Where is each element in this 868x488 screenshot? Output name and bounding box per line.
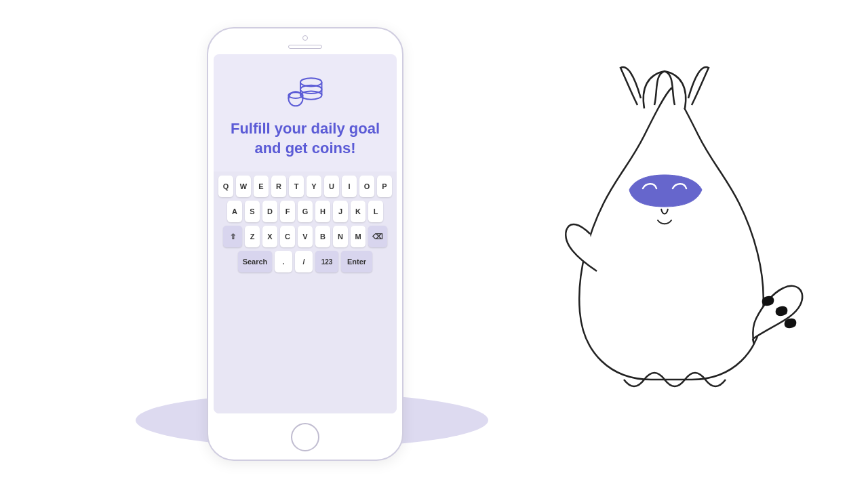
key-123[interactable]: 123	[315, 251, 338, 272]
key-a[interactable]: A	[227, 201, 242, 222]
key-r[interactable]: R	[271, 176, 286, 197]
phone-bottom	[208, 413, 402, 458]
key-l[interactable]: L	[368, 201, 383, 222]
coins-area	[281, 54, 329, 119]
keyboard: Q W E R T Y U I O P A S D F G H J K	[214, 171, 397, 413]
phone-screen: Fulfill your daily goal and get coins! Q…	[214, 54, 397, 413]
key-search[interactable]: Search	[238, 251, 272, 272]
key-shift[interactable]: ⇧	[223, 226, 242, 247]
phone-speaker	[288, 45, 322, 49]
key-n[interactable]: N	[333, 226, 348, 247]
svg-point-2	[300, 91, 322, 99]
key-w[interactable]: W	[236, 176, 251, 197]
keyboard-row-3: ⇧ Z X C V B N M ⌫	[216, 226, 394, 247]
key-slash[interactable]: /	[295, 251, 313, 272]
key-g[interactable]: G	[298, 201, 313, 222]
key-y[interactable]: Y	[307, 176, 321, 197]
phone-camera	[302, 35, 308, 41]
raccoon-character	[529, 54, 814, 434]
keyboard-row-1: Q W E R T Y U I O P	[216, 176, 394, 197]
key-j[interactable]: J	[333, 201, 348, 222]
key-p[interactable]: P	[377, 176, 392, 197]
key-i[interactable]: I	[342, 176, 357, 197]
coins-icon	[281, 70, 329, 111]
key-e[interactable]: E	[254, 176, 269, 197]
key-h[interactable]: H	[315, 201, 330, 222]
key-u[interactable]: U	[324, 176, 339, 197]
key-enter[interactable]: Enter	[341, 251, 372, 272]
key-o[interactable]: O	[359, 176, 374, 197]
key-q[interactable]: Q	[218, 176, 233, 197]
key-b[interactable]: B	[315, 226, 330, 247]
phone: Fulfill your daily goal and get coins! Q…	[207, 27, 403, 461]
key-k[interactable]: K	[351, 201, 366, 222]
key-f[interactable]: F	[280, 201, 295, 222]
key-m[interactable]: M	[351, 226, 366, 247]
main-text: Fulfill your daily goal and get coins!	[214, 119, 397, 171]
key-t[interactable]: T	[289, 176, 304, 197]
key-v[interactable]: V	[298, 226, 313, 247]
key-c[interactable]: C	[280, 226, 295, 247]
home-button[interactable]	[291, 423, 319, 451]
key-s[interactable]: S	[245, 201, 260, 222]
keyboard-row-4: Search . / 123 Enter	[216, 251, 394, 272]
key-z[interactable]: Z	[245, 226, 260, 247]
key-x[interactable]: X	[262, 226, 277, 247]
keyboard-row-2: A S D F G H J K L	[216, 201, 394, 222]
phone-top	[208, 28, 402, 49]
key-backspace[interactable]: ⌫	[368, 226, 387, 247]
key-dot[interactable]: .	[275, 251, 292, 272]
key-d[interactable]: D	[262, 201, 277, 222]
raccoon-svg	[529, 54, 814, 434]
